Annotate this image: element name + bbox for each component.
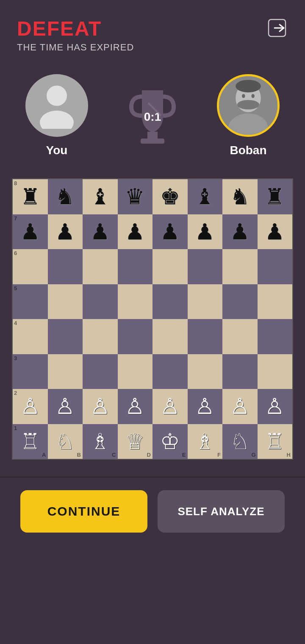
header: DEFEAT THE TIME HAS EXPIRED <box>0 0 305 61</box>
piece-2A: ♙ <box>20 395 40 417</box>
row-label-6: 6 <box>14 250 17 256</box>
cell-3F <box>188 354 223 389</box>
piece-8E: ♚ <box>160 186 180 208</box>
cell-5G <box>222 284 258 319</box>
col-label-D: D <box>147 452 151 458</box>
piece-1E: ♔ <box>160 430 180 452</box>
cell-1C: C♗ <box>83 424 118 459</box>
col-label-G: G <box>251 452 255 458</box>
col-label-E: E <box>182 452 186 458</box>
cell-2G: ♙ <box>222 389 258 424</box>
cell-5H <box>258 284 293 319</box>
cell-4D <box>118 319 153 354</box>
cell-4B <box>48 319 83 354</box>
piece-2G: ♙ <box>230 395 250 417</box>
cell-5A: 5 <box>13 284 48 319</box>
players-section: You 0:1 <box>0 61 305 166</box>
row-label-8: 8 <box>14 180 17 186</box>
row-label-7: 7 <box>14 215 17 222</box>
player-opponent: Boban <box>217 74 280 157</box>
cell-2B: ♙ <box>48 389 83 424</box>
cell-2D: ♙ <box>118 389 153 424</box>
col-label-C: C <box>112 452 116 458</box>
cell-5F <box>188 284 223 319</box>
cell-1E: E♔ <box>152 424 188 459</box>
cell-3H <box>258 354 293 389</box>
piece-7E: ♟ <box>160 221 180 243</box>
svg-rect-5 <box>141 139 164 144</box>
cell-2E: ♙ <box>152 389 188 424</box>
piece-7F: ♟ <box>195 221 215 243</box>
piece-8B: ♞ <box>55 186 75 208</box>
cell-7H: ♟ <box>258 214 293 250</box>
cell-8D: ♛ <box>118 179 153 214</box>
player-opponent-name: Boban <box>230 144 266 157</box>
piece-7D: ♟ <box>125 221 145 243</box>
col-label-B: B <box>77 452 81 458</box>
chess-board: 8♜♞♝♛♚♝♞♜7♟♟♟♟♟♟♟♟65432♙♙♙♙♙♙♙♙1A♖B♘C♗D♕… <box>12 178 293 460</box>
piece-2H: ♙ <box>265 395 285 417</box>
cell-6C <box>83 249 118 284</box>
cell-8F: ♝ <box>188 179 223 214</box>
piece-8G: ♞ <box>230 186 250 208</box>
cell-7B: ♟ <box>48 214 83 250</box>
cell-5B <box>48 284 83 319</box>
row-label-5: 5 <box>14 285 17 291</box>
svg-point-11 <box>242 94 245 98</box>
piece-8F: ♝ <box>195 186 215 208</box>
defeat-title: DEFEAT <box>17 17 134 40</box>
cell-4A: 4 <box>13 319 48 354</box>
cell-8B: ♞ <box>48 179 83 214</box>
defeat-subtitle: THE TIME HAS EXPIRED <box>17 42 134 53</box>
piece-1A: ♖ <box>20 430 40 452</box>
cell-2C: ♙ <box>83 389 118 424</box>
cell-6G <box>222 249 258 284</box>
cell-8G: ♞ <box>222 179 258 214</box>
cell-5E <box>152 284 188 319</box>
cell-2H: ♙ <box>258 389 293 424</box>
piece-8A: ♜ <box>20 186 40 208</box>
bottom-buttons: CONTINUE SELF ANALYZE <box>0 477 305 545</box>
piece-8D: ♛ <box>125 186 145 208</box>
cell-1B: B♘ <box>48 424 83 459</box>
cell-6A: 6 <box>13 249 48 284</box>
svg-point-12 <box>251 94 254 98</box>
cell-4E <box>152 319 188 354</box>
piece-7H: ♟ <box>265 221 285 243</box>
cell-8H: ♜ <box>258 179 293 214</box>
piece-1F: ♗ <box>195 430 215 452</box>
svg-point-13 <box>236 80 261 92</box>
piece-8H: ♜ <box>265 186 285 208</box>
piece-7B: ♟ <box>55 221 75 243</box>
svg-point-14 <box>237 100 259 109</box>
exit-button[interactable] <box>266 17 288 39</box>
cell-6D <box>118 249 153 284</box>
player-you: You <box>25 74 88 157</box>
svg-rect-4 <box>147 132 158 139</box>
cell-8C: ♝ <box>83 179 118 214</box>
score-display: 0:1 <box>119 82 186 150</box>
piece-2B: ♙ <box>55 395 75 417</box>
svg-point-3 <box>40 111 74 129</box>
cell-6H <box>258 249 293 284</box>
cell-4G <box>222 319 258 354</box>
player-you-name: You <box>46 144 68 157</box>
piece-1D: ♕ <box>125 430 145 452</box>
cell-5D <box>118 284 153 319</box>
cell-1H: H♖ <box>258 424 293 459</box>
cell-7F: ♟ <box>188 214 223 250</box>
cell-3D <box>118 354 153 389</box>
piece-1H: ♖ <box>265 430 285 452</box>
continue-button[interactable]: CONTINUE <box>20 490 147 533</box>
avatar-opponent <box>217 74 280 137</box>
piece-1C: ♗ <box>90 430 110 452</box>
row-label-3: 3 <box>14 355 17 361</box>
cell-3G <box>222 354 258 389</box>
cell-2A: 2♙ <box>13 389 48 424</box>
analyze-button[interactable]: SELF ANALYZE <box>158 490 285 533</box>
cell-6F <box>188 249 223 284</box>
cell-3E <box>152 354 188 389</box>
cell-4F <box>188 319 223 354</box>
piece-7G: ♟ <box>230 221 250 243</box>
col-label-H: H <box>287 452 291 458</box>
